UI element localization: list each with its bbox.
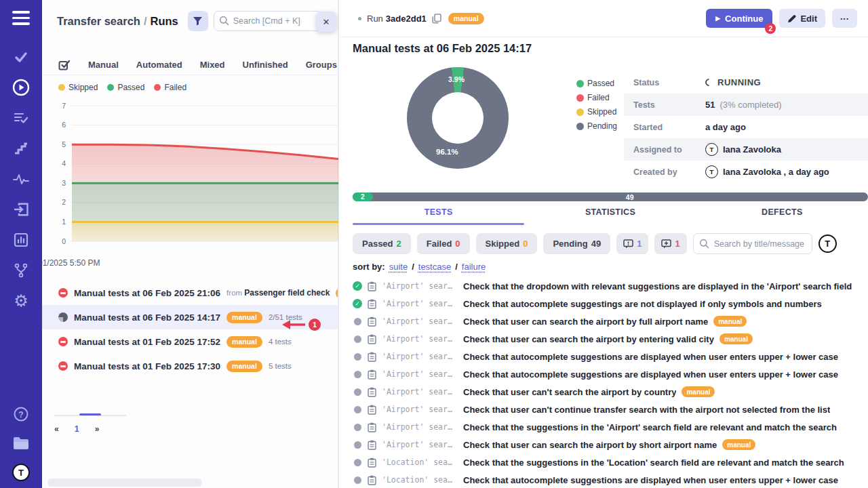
result-filter-chip[interactable]: Passed2: [353, 233, 411, 254]
test-row[interactable]: 'Airport' sear… Check that user can sear…: [353, 312, 868, 330]
workspace-avatar[interactable]: T: [12, 464, 30, 481]
requirements-signin-icon[interactable]: [12, 201, 30, 218]
manual-badge: manual: [719, 333, 753, 344]
milestones-steps-icon[interactable]: [12, 140, 30, 157]
info-row: Tests 51 (3% completed): [624, 94, 868, 116]
comments-filter-chip[interactable]: 1: [616, 233, 648, 254]
test-row[interactable]: 'Airport' sear… Check that user can't se…: [353, 383, 868, 401]
legend-dot: [154, 84, 161, 91]
legend-dot: [576, 108, 584, 116]
test-title: Check that the suggestions in the 'Locat…: [463, 458, 844, 468]
horizontal-scrollbar[interactable]: [47, 479, 202, 487]
tests-search-input[interactable]: [693, 233, 812, 254]
test-row[interactable]: ✓ 'Airport' sear… Check that the dropdow…: [353, 277, 868, 295]
testcases-check-icon[interactable]: [12, 48, 30, 66]
chart-legend: Skipped Passed Failed: [58, 83, 186, 92]
runs-tab[interactable]: Groups: [306, 60, 337, 70]
user-avatar: T: [705, 165, 718, 178]
running-spinner-icon: [704, 77, 715, 88]
close-icon[interactable]: ✕: [316, 12, 336, 32]
test-suite: 'Airport' sear…: [382, 334, 458, 344]
more-actions-button[interactable]: ···: [832, 9, 857, 28]
comment-plus-icon: [661, 239, 671, 249]
info-value: Iana Zavoloka , a day ago: [723, 167, 829, 177]
annotation-marker-1: 1: [281, 316, 323, 333]
pagination-prev-button[interactable]: «: [54, 424, 59, 434]
testcase-clipboard-icon: [368, 422, 376, 432]
detail-tab[interactable]: STATISTICS: [524, 207, 696, 225]
test-row[interactable]: 'Location' sea… Check that the suggestio…: [353, 453, 868, 471]
runs-tab[interactable]: Automated: [136, 60, 182, 70]
pagination-active-indicator: [79, 413, 101, 415]
result-filters: Passed2 Failed0 Skipped0 Pending49 1 1: [353, 233, 837, 254]
info-label: Assigned to: [633, 145, 705, 155]
run-title: Manual tests at 06 Feb 2025 21:06: [74, 288, 220, 298]
info-value: 51: [705, 100, 715, 110]
run-row[interactable]: Manual tests at 06 Feb 2025 21:06 from P…: [42, 281, 338, 305]
pagination-page-1[interactable]: 1: [75, 424, 79, 434]
test-title: Check that autocomplete suggestions are …: [463, 369, 838, 380]
run-detail-title: Manual tests at 06 Feb 2025 14:17: [353, 42, 532, 55]
runs-tab[interactable]: Manual: [88, 60, 119, 70]
runs-tab[interactable]: Unfinished: [243, 60, 288, 70]
test-plans-icon[interactable]: [12, 109, 30, 127]
edit-button[interactable]: Edit: [779, 9, 825, 28]
test-row[interactable]: 'Airport' sear… Check that autocomplete …: [353, 348, 868, 365]
menu-icon[interactable]: [12, 11, 30, 25]
sort-option[interactable]: testcase: [418, 262, 451, 272]
test-row[interactable]: 'Airport' sear… Check that user can sear…: [353, 330, 868, 348]
runs-play-circle-icon[interactable]: [12, 79, 30, 96]
attachments-filter-chip[interactable]: 1: [654, 233, 686, 254]
sort-option[interactable]: failure: [462, 262, 486, 272]
test-row[interactable]: 'Airport' sear… Check that the suggestio…: [353, 418, 868, 436]
activity-pulse-icon[interactable]: [12, 170, 30, 188]
progress-passed-segment: 2: [353, 192, 373, 201]
continue-button[interactable]: ▶ Continue 2: [706, 9, 772, 28]
filter-button[interactable]: [188, 11, 208, 31]
donut-pending-label: 96.1%: [436, 148, 458, 156]
progress-pending-count: 49: [626, 192, 634, 201]
test-title: Check that the dropdown with relevant su…: [463, 281, 852, 291]
search-input[interactable]: [214, 11, 322, 31]
detail-tab[interactable]: DEFECTS: [696, 207, 868, 225]
sort-option[interactable]: suite: [389, 262, 408, 272]
svg-text:7: 7: [62, 102, 66, 110]
settings-gear-icon[interactable]: ⚙: [12, 292, 30, 310]
test-title: Check that user can search the airport b…: [463, 317, 708, 327]
test-row[interactable]: 'Location' sea… Check that autocomplete …: [353, 471, 868, 488]
results-donut-chart: 3.9% 96.1%: [407, 67, 509, 169]
info-label: Status: [633, 78, 705, 87]
test-pending-icon: [354, 424, 361, 431]
legend-dot: [576, 94, 584, 102]
test-suite: 'Airport' sear…: [382, 422, 458, 432]
legend-dot: [576, 123, 584, 130]
test-row[interactable]: ✓ 'Airport' sear… Check that autocomplet…: [353, 295, 868, 312]
breadcrumb-project[interactable]: Transfer search: [57, 15, 140, 27]
docs-folder-icon[interactable]: [12, 434, 30, 452]
test-title: Check that user can search the airport b…: [463, 334, 714, 344]
testcase-clipboard-icon: [368, 299, 376, 309]
run-tests-count: 5 tests: [269, 362, 292, 370]
pagination-next-button[interactable]: »: [95, 424, 100, 434]
reports-bar-chart-icon[interactable]: [12, 231, 30, 249]
manual-badge: manual: [713, 316, 747, 327]
help-icon[interactable]: ?: [12, 405, 30, 423]
user-avatar: T: [705, 143, 718, 156]
sidebar: ⚙ ? T: [0, 0, 42, 488]
select-runs-icon[interactable]: [58, 59, 71, 70]
result-filter-chip[interactable]: Pending49: [543, 233, 610, 254]
result-filter-chip[interactable]: Failed0: [417, 233, 470, 254]
assignee-avatar[interactable]: T: [818, 235, 837, 253]
copy-icon[interactable]: [432, 14, 441, 24]
test-row[interactable]: 'Airport' sear… Check that user can't co…: [353, 401, 868, 418]
detail-tab[interactable]: TESTS: [353, 207, 524, 225]
run-row[interactable]: Manual tests at 01 Feb 2025 17:30 manual…: [42, 354, 338, 378]
result-filter-chip[interactable]: Skipped0: [476, 233, 538, 254]
test-row[interactable]: 'Airport' sear… Check that user can sear…: [353, 436, 868, 453]
test-row[interactable]: 'Airport' sear… Check that autocomplete …: [353, 365, 868, 383]
integrations-branch-icon[interactable]: [12, 262, 30, 279]
test-pending-icon: [354, 371, 361, 378]
runs-tab[interactable]: Mixed: [200, 60, 225, 70]
donut-legend: Passed Failed Skipped Pending: [576, 79, 617, 131]
chart-x-axis-label: 01/2025 5:50 PM: [42, 258, 157, 268]
